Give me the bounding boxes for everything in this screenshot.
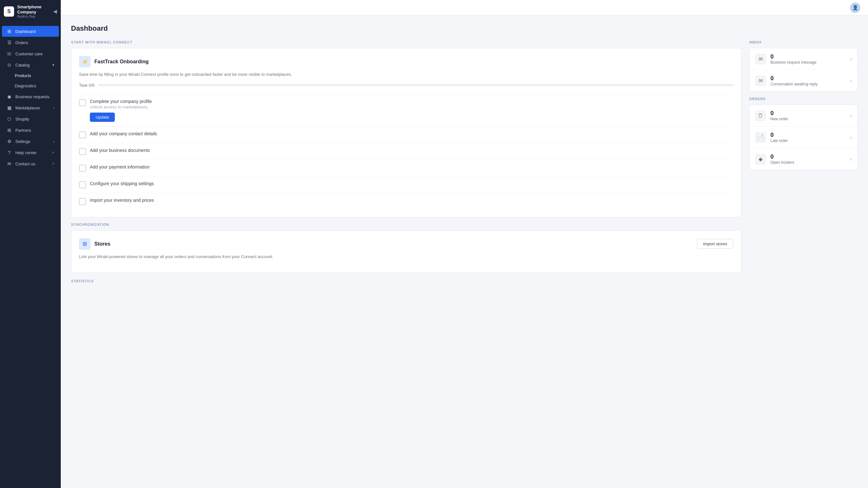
sidebar: S Smartphone Company Audrey Bay ◀ ⊞ Dash… (0, 0, 61, 488)
company-logo: S (4, 6, 14, 17)
update-button[interactable]: Update (90, 113, 115, 122)
sidebar-item-settings[interactable]: ⚙ Settings › (2, 136, 59, 147)
task-label: Configure your shipping settings (90, 181, 733, 186)
chevron-right-icon: › (53, 140, 54, 143)
task-checkbox[interactable] (79, 181, 86, 188)
chevron-right-icon: › (53, 106, 54, 110)
progress-row: Task 0/6 (79, 83, 733, 88)
incident-icon: ◆ (755, 154, 766, 165)
shopify-icon: ⬡ (6, 116, 12, 122)
orders-item-body: 0 New order (771, 110, 846, 121)
sidebar-item-dashboard[interactable]: ⊞ Dashboard (2, 26, 59, 37)
sidebar-item-marketplaces[interactable]: ▦ Marketplaces › (2, 102, 59, 113)
right-column: INBOX ✉ 0 Business request message › ✉ 0 (749, 40, 858, 287)
sidebar-item-label: Orders (16, 40, 28, 45)
sidebar-item-label: Marketplaces (16, 105, 40, 110)
orders-item-new-order[interactable]: 🗒 0 New order › (749, 105, 858, 127)
stores-description: Link your Mirakl-powered stores to manag… (79, 253, 733, 260)
orders-item-body: 0 Late order (771, 132, 846, 143)
mail-icon: ✉ (755, 75, 766, 86)
sidebar-item-label: Catalog (16, 63, 30, 67)
marketplaces-icon: ▦ (6, 105, 12, 110)
mail-icon: ✉ (755, 54, 766, 65)
sidebar-item-diagnostics[interactable]: Diagnostics (2, 81, 59, 91)
sidebar-item-contact-us[interactable]: ✉ Contact us ↗ (2, 158, 59, 169)
left-column: START WITH MIRAKL CONNECT ⚡ FastTrack On… (71, 40, 741, 287)
sidebar-item-products[interactable]: Products (2, 71, 59, 81)
main-content: 👤 Dashboard START WITH MIRAKL CONNECT ⚡ … (61, 0, 868, 488)
sidebar-item-help-center[interactable]: ? Help center ↗ (2, 147, 59, 158)
user-avatar[interactable]: 👤 (850, 3, 860, 13)
sidebar-item-label: Partners (16, 128, 31, 133)
sidebar-item-business-requests[interactable]: ◉ Business requests (2, 91, 59, 102)
sidebar-nav: ⊞ Dashboard ☰ Orders ☏ Customer care ⊙ C… (0, 23, 61, 488)
sidebar-item-label: Shopify (16, 117, 29, 122)
inbox-item-business-request[interactable]: ✉ 0 Business request message › (749, 48, 858, 70)
late-order-icon: 📄 (755, 132, 766, 143)
task-checkbox[interactable] (79, 131, 86, 139)
catalog-submenu: Products Diagnostics (2, 71, 59, 91)
arrow-right-icon: › (850, 134, 852, 141)
sidebar-item-label: Customer care (16, 52, 42, 56)
task-body: Add your payment information (90, 164, 733, 170)
sidebar-header: S Smartphone Company Audrey Bay ◀ (0, 0, 61, 23)
external-link-icon: ↗ (52, 162, 54, 166)
sidebar-item-label: Products (15, 73, 31, 78)
arrow-right-icon: › (850, 156, 852, 162)
fasttrack-header: ⚡ FastTrack Onboarding (79, 56, 733, 67)
partners-icon: ⊞ (6, 128, 12, 133)
help-icon: ? (6, 150, 12, 155)
sidebar-item-label: Diagnostics (15, 84, 36, 88)
stores-card: ⊞ Stores Import stores Link your Mirakl-… (71, 230, 741, 273)
company-name: Smartphone Company (17, 4, 50, 14)
orders-icon: ☰ (6, 40, 12, 45)
task-checkbox[interactable] (79, 99, 86, 106)
home-icon: ⊞ (6, 29, 12, 34)
sidebar-item-catalog[interactable]: ⊙ Catalog ▾ (2, 59, 59, 70)
new-order-icon: 🗒 (755, 110, 766, 121)
sidebar-collapse-button[interactable]: ◀ (53, 8, 57, 14)
arrow-right-icon: › (850, 78, 852, 84)
catalog-icon: ⊙ (6, 62, 12, 67)
fasttrack-title: FastTrack Onboarding (94, 59, 149, 65)
sidebar-item-partners[interactable]: ⊞ Partners (2, 125, 59, 135)
progress-label: Task 0/6 (79, 83, 94, 88)
stores-header-left: ⊞ Stores (79, 238, 110, 250)
task-checkbox[interactable] (79, 165, 86, 172)
sidebar-item-label: Contact us (16, 161, 35, 166)
arrow-right-icon: › (850, 56, 852, 62)
orders-card: 🗒 0 New order › 📄 0 Late order › (749, 104, 858, 170)
sidebar-item-orders[interactable]: ☰ Orders (2, 37, 59, 48)
company-info: Smartphone Company Audrey Bay (17, 4, 50, 18)
sidebar-item-label: Dashboard (16, 29, 36, 34)
task-item-contact-details: Add your company contact details (79, 126, 733, 143)
task-checkbox[interactable] (79, 148, 86, 155)
orders-section-label: ORDERS (749, 97, 858, 101)
task-label: Add your payment information (90, 164, 733, 170)
contact-icon: ✉ (6, 161, 12, 166)
inbox-item-conversation[interactable]: ✉ 0 Conversation awaiting reply › (749, 70, 858, 91)
task-sublabel: Unlock access to marketplaces. (90, 104, 733, 110)
orders-item-late-order[interactable]: 📄 0 Late order › (749, 127, 858, 148)
dashboard-content: Dashboard START WITH MIRAKL CONNECT ⚡ Fa… (61, 16, 868, 488)
progress-bar-track (98, 85, 733, 86)
sidebar-item-shopify[interactable]: ⬡ Shopify (2, 114, 59, 124)
fasttrack-icon: ⚡ (79, 56, 91, 67)
task-checkbox[interactable] (79, 198, 86, 205)
task-item-inventory: Import your inventory and prices (79, 193, 733, 210)
orders-item-open-incident[interactable]: ◆ 0 Open incident › (749, 148, 858, 170)
start-section-label: START WITH MIRAKL CONNECT (71, 40, 741, 44)
inbox-card: ✉ 0 Business request message › ✉ 0 Conve… (749, 48, 858, 92)
inbox-label: Conversation awaiting reply (771, 82, 846, 86)
sidebar-item-customer-care[interactable]: ☏ Customer care (2, 48, 59, 59)
orders-label: Late order (771, 139, 846, 143)
sidebar-item-label: Business requests (16, 94, 49, 99)
import-stores-button[interactable]: Import stores (697, 239, 733, 249)
task-item-business-docs: Add your business documents (79, 143, 733, 159)
task-label: Import your inventory and prices (90, 197, 733, 203)
sidebar-item-label: Settings (16, 139, 30, 144)
fasttrack-card: ⚡ FastTrack Onboarding Save time by fill… (71, 48, 741, 217)
statistics-section-label: STATISTICS (71, 279, 741, 283)
inbox-count: 0 (771, 75, 846, 82)
topbar: 👤 (61, 0, 868, 16)
